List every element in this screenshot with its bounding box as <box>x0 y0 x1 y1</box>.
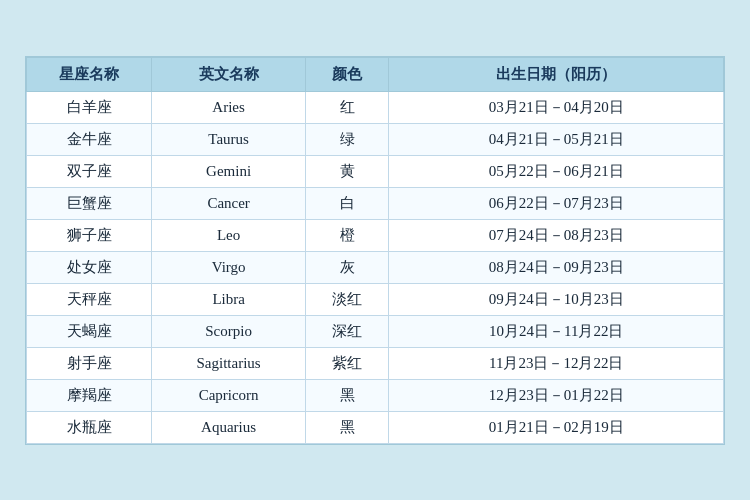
cell-date: 06月22日－07月23日 <box>389 187 724 219</box>
cell-chinese-name: 水瓶座 <box>27 411 152 443</box>
cell-english-name: Aries <box>152 91 305 123</box>
cell-chinese-name: 白羊座 <box>27 91 152 123</box>
cell-chinese-name: 天蝎座 <box>27 315 152 347</box>
cell-color: 黑 <box>305 379 389 411</box>
cell-date: 12月23日－01月22日 <box>389 379 724 411</box>
cell-color: 绿 <box>305 123 389 155</box>
table-row: 巨蟹座Cancer白06月22日－07月23日 <box>27 187 724 219</box>
table-row: 水瓶座Aquarius黑01月21日－02月19日 <box>27 411 724 443</box>
header-date: 出生日期（阳历） <box>389 57 724 91</box>
header-color: 颜色 <box>305 57 389 91</box>
table-row: 天秤座Libra淡红09月24日－10月23日 <box>27 283 724 315</box>
cell-date: 11月23日－12月22日 <box>389 347 724 379</box>
table-row: 摩羯座Capricorn黑12月23日－01月22日 <box>27 379 724 411</box>
table-row: 金牛座Taurus绿04月21日－05月21日 <box>27 123 724 155</box>
cell-english-name: Libra <box>152 283 305 315</box>
cell-chinese-name: 金牛座 <box>27 123 152 155</box>
cell-color: 灰 <box>305 251 389 283</box>
cell-english-name: Leo <box>152 219 305 251</box>
table-row: 双子座Gemini黄05月22日－06月21日 <box>27 155 724 187</box>
cell-chinese-name: 天秤座 <box>27 283 152 315</box>
cell-date: 01月21日－02月19日 <box>389 411 724 443</box>
cell-color: 紫红 <box>305 347 389 379</box>
cell-english-name: Cancer <box>152 187 305 219</box>
zodiac-table: 星座名称 英文名称 颜色 出生日期（阳历） 白羊座Aries红03月21日－04… <box>26 57 724 444</box>
cell-english-name: Capricorn <box>152 379 305 411</box>
cell-chinese-name: 双子座 <box>27 155 152 187</box>
table-header-row: 星座名称 英文名称 颜色 出生日期（阳历） <box>27 57 724 91</box>
cell-date: 07月24日－08月23日 <box>389 219 724 251</box>
cell-color: 红 <box>305 91 389 123</box>
cell-chinese-name: 射手座 <box>27 347 152 379</box>
cell-color: 白 <box>305 187 389 219</box>
cell-chinese-name: 巨蟹座 <box>27 187 152 219</box>
header-english-name: 英文名称 <box>152 57 305 91</box>
table-row: 处女座Virgo灰08月24日－09月23日 <box>27 251 724 283</box>
cell-english-name: Scorpio <box>152 315 305 347</box>
table-row: 狮子座Leo橙07月24日－08月23日 <box>27 219 724 251</box>
cell-english-name: Virgo <box>152 251 305 283</box>
table-row: 射手座Sagittarius紫红11月23日－12月22日 <box>27 347 724 379</box>
cell-chinese-name: 狮子座 <box>27 219 152 251</box>
cell-chinese-name: 处女座 <box>27 251 152 283</box>
zodiac-table-container: 星座名称 英文名称 颜色 出生日期（阳历） 白羊座Aries红03月21日－04… <box>25 56 725 445</box>
cell-color: 深红 <box>305 315 389 347</box>
cell-chinese-name: 摩羯座 <box>27 379 152 411</box>
cell-color: 黄 <box>305 155 389 187</box>
cell-date: 03月21日－04月20日 <box>389 91 724 123</box>
cell-date: 09月24日－10月23日 <box>389 283 724 315</box>
cell-date: 10月24日－11月22日 <box>389 315 724 347</box>
cell-date: 08月24日－09月23日 <box>389 251 724 283</box>
table-body: 白羊座Aries红03月21日－04月20日金牛座Taurus绿04月21日－0… <box>27 91 724 443</box>
cell-color: 黑 <box>305 411 389 443</box>
cell-english-name: Aquarius <box>152 411 305 443</box>
cell-date: 04月21日－05月21日 <box>389 123 724 155</box>
header-chinese-name: 星座名称 <box>27 57 152 91</box>
table-row: 天蝎座Scorpio深红10月24日－11月22日 <box>27 315 724 347</box>
table-row: 白羊座Aries红03月21日－04月20日 <box>27 91 724 123</box>
cell-color: 淡红 <box>305 283 389 315</box>
cell-date: 05月22日－06月21日 <box>389 155 724 187</box>
cell-color: 橙 <box>305 219 389 251</box>
cell-english-name: Gemini <box>152 155 305 187</box>
cell-english-name: Sagittarius <box>152 347 305 379</box>
cell-english-name: Taurus <box>152 123 305 155</box>
